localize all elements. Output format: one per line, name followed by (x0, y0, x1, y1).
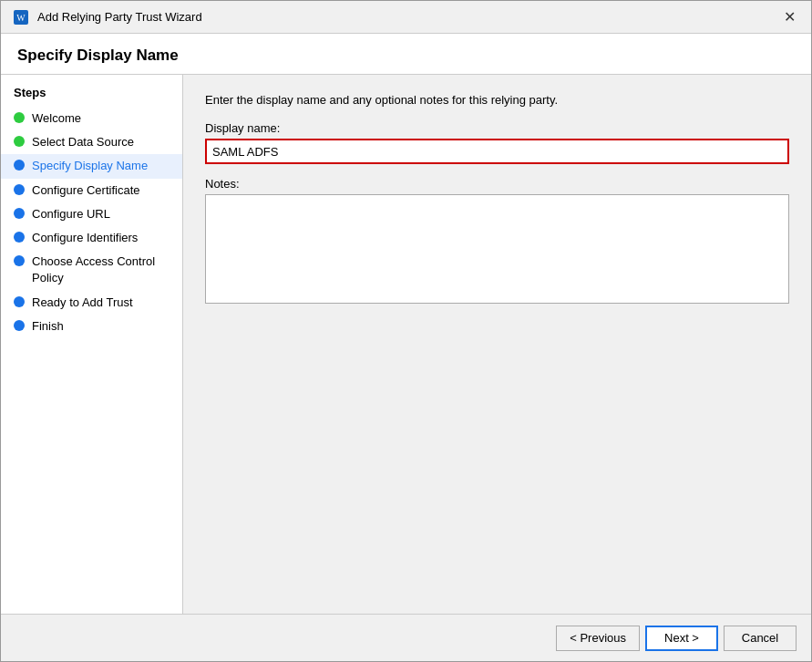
display-name-input[interactable] (205, 139, 789, 164)
notes-label: Notes: (205, 177, 789, 191)
step-dot-configure-certificate (14, 184, 25, 195)
step-label-ready-to-add-trust: Ready to Add Trust (32, 295, 133, 311)
sidebar-item-configure-certificate[interactable]: Configure Certificate (1, 179, 182, 202)
content-area: Steps Welcome Select Data Source Specify… (1, 75, 811, 614)
step-label-select-data-source: Select Data Source (32, 134, 134, 150)
sidebar: Steps Welcome Select Data Source Specify… (1, 75, 183, 614)
titlebar-title: Add Relying Party Trust Wizard (37, 10, 202, 24)
step-label-configure-url: Configure URL (32, 206, 110, 222)
steps-label: Steps (1, 86, 182, 107)
step-dot-choose-access-control-policy (14, 255, 25, 266)
step-label-choose-access-control-policy: Choose Access Control Policy (32, 253, 170, 286)
footer: < Previous Next > Cancel (1, 614, 811, 661)
step-dot-select-data-source (14, 136, 25, 147)
step-label-configure-identifiers: Configure Identifiers (32, 230, 138, 246)
step-dot-specify-display-name (14, 160, 25, 171)
titlebar-left: W Add Relying Party Trust Wizard (12, 8, 202, 26)
step-label-finish: Finish (32, 318, 64, 335)
sidebar-item-configure-url[interactable]: Configure URL (1, 202, 182, 226)
step-label-configure-certificate: Configure Certificate (32, 182, 140, 199)
previous-button[interactable]: < Previous (556, 626, 640, 651)
step-label-specify-display-name: Specify Display Name (32, 158, 148, 174)
sidebar-item-welcome[interactable]: Welcome (1, 107, 182, 130)
instruction-text: Enter the display name and any optional … (205, 93, 789, 107)
sidebar-item-specify-display-name[interactable]: Specify Display Name (1, 154, 182, 178)
step-dot-configure-url (14, 208, 25, 219)
wizard-icon: W (12, 8, 30, 26)
step-dot-configure-identifiers (14, 232, 25, 243)
sidebar-item-finish[interactable]: Finish (1, 315, 182, 338)
cancel-button[interactable]: Cancel (724, 626, 797, 651)
sidebar-item-ready-to-add-trust[interactable]: Ready to Add Trust (1, 291, 182, 315)
main-panel: Enter the display name and any optional … (183, 75, 811, 614)
display-name-label: Display name: (205, 121, 789, 135)
dialog-window: W Add Relying Party Trust Wizard ✕ Speci… (0, 0, 812, 662)
step-dot-welcome (14, 112, 25, 123)
titlebar: W Add Relying Party Trust Wizard ✕ (1, 1, 811, 34)
step-dot-ready-to-add-trust (14, 296, 25, 307)
sidebar-item-select-data-source[interactable]: Select Data Source (1, 130, 182, 154)
notes-textarea[interactable] (205, 194, 789, 304)
step-dot-finish (14, 320, 25, 331)
page-title: Specify Display Name (17, 47, 795, 65)
next-button[interactable]: Next > (645, 626, 718, 651)
svg-text:W: W (16, 13, 26, 23)
sidebar-item-configure-identifiers[interactable]: Configure Identifiers (1, 226, 182, 250)
step-label-welcome: Welcome (32, 110, 81, 127)
sidebar-item-choose-access-control-policy[interactable]: Choose Access Control Policy (1, 250, 182, 290)
page-header: Specify Display Name (1, 34, 811, 75)
close-button[interactable]: ✕ (778, 6, 800, 28)
